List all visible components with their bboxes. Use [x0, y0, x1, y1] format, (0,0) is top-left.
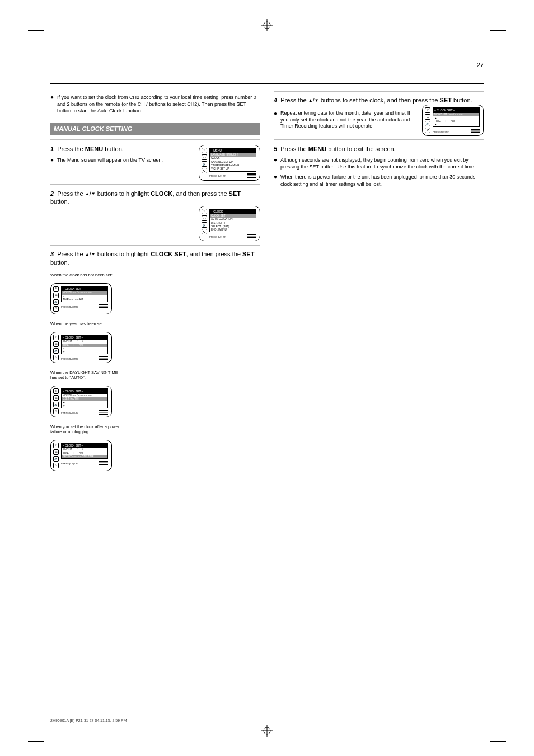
step2-heading: 2 Press the ▲/▼ buttons to highlight CLO… — [50, 190, 260, 206]
tv-figure-clockset-c: ⚐▭🔈⏲ – CLOCK SET – MONTH – – / – – / – –… — [50, 386, 112, 417]
tv3d-caption: When you set the clock after a power fai… — [50, 424, 123, 434]
step1-heading: 1 Press the MENU button. — [50, 145, 194, 153]
flag-icon: ⚐ — [202, 209, 207, 214]
left-column: ● If you want to set the clock from CH2 … — [50, 87, 260, 473]
bullet-icon: ● — [274, 157, 277, 170]
rect-icon: ▭ — [202, 154, 207, 160]
step4-heading: 4 Press the ▲/▼ buttons to set the clock… — [274, 96, 484, 105]
tv-figure-step4: ⚐▭🔈⏲ – CLOCK SET – MONTH 01 / – – / – – … — [422, 105, 484, 136]
bullet-icon: ● — [50, 94, 54, 114]
tv-figure-menu: ⚐ ▭ 🔈 ⏲ – MENU – LANGUAGE [ENGLISH] CLOC… — [199, 145, 260, 180]
section-title: MANUAL CLOCK SETTING — [50, 123, 260, 135]
clock-icon: ⏲ — [202, 168, 207, 173]
tv-figure-clock: ⚐ ▭ 🔈 ⏲ – CLOCK – CLOCK SET AUTO CLOCK [… — [199, 206, 260, 241]
rect-icon: ▭ — [202, 215, 207, 221]
registration-mark-top — [261, 19, 273, 31]
clock-icon: ⏲ — [202, 229, 207, 234]
tv3c-caption: When the DAYLIGHT SAVING TIME has set to… — [50, 370, 123, 380]
step5-heading: 5 Press the MENU button to exit the scre… — [274, 145, 484, 153]
step5-note1: Although seconds are not displayed, they… — [280, 157, 484, 170]
remote-hint: PRESS [0-9] OR — [209, 175, 226, 177]
page-number: 27 — [477, 62, 484, 68]
tv3a-caption: When the clock has not been set: — [50, 273, 123, 278]
step5-note2: When there is a power failure or the uni… — [280, 173, 484, 187]
speaker-icon: 🔈 — [202, 161, 207, 167]
bullet-icon: ● — [274, 110, 277, 130]
triangle-up-icon: ▲ — [85, 191, 90, 196]
bullet-icon: ● — [274, 173, 277, 187]
step1-note: The Menu screen will appear on the TV sc… — [57, 157, 194, 163]
tv-figure-clockset-a: ⚐▭🔈⏲ – CLOCK SET – MONTH – – / – – / – –… — [50, 283, 112, 314]
speaker-icon: 🔈 — [202, 222, 207, 228]
triangle-down-icon: ▼ — [91, 191, 96, 196]
step4-note: Repeat entering data for the month, date… — [280, 110, 418, 130]
top-rule — [50, 83, 484, 84]
bars-icon — [247, 173, 256, 178]
bullet-icon: ● — [50, 157, 54, 163]
intro-note: If you want to set the clock from CH2 ac… — [57, 94, 260, 114]
flag-icon: ⚐ — [202, 148, 207, 153]
footer-note: 2H90901A [E] P21-31 27 04.11.15, 2:59 PM — [50, 719, 127, 722]
remote-hint: PRESS [0-9] OR — [209, 236, 226, 238]
tv3b-caption: When the year has been set: — [50, 321, 123, 326]
tv-figure-clockset-d: ⚐▭🔈⏲ – CLOCK SET – MONTH – – / – – / – –… — [50, 440, 112, 471]
registration-mark-bottom — [261, 725, 273, 737]
step3-heading: 3 Press the ▲/▼ buttons to highlight CLO… — [50, 250, 260, 267]
tv-figure-clockset-b: ⚐▭🔈⏲ – CLOCK SET – MONTH – – / – – / – –… — [50, 332, 112, 363]
right-column: 4 Press the ▲/▼ buttons to set the clock… — [274, 87, 484, 473]
